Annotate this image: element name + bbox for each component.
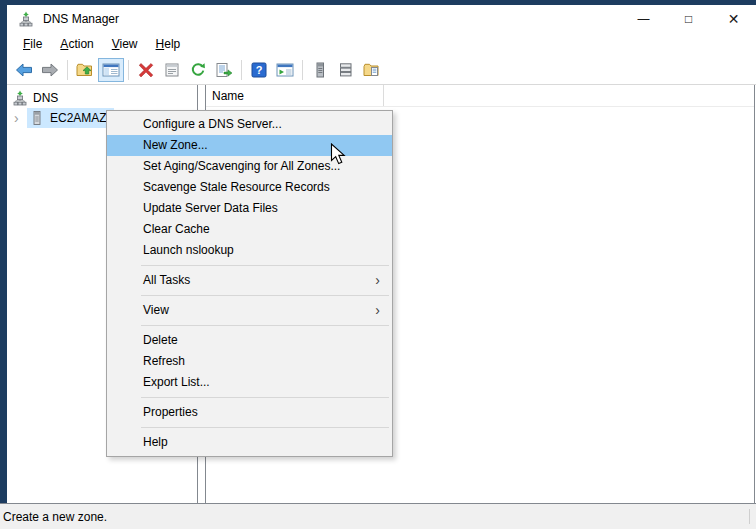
server-node-icon — [29, 110, 45, 126]
tree-item-dns[interactable]: DNS — [7, 88, 197, 108]
menubar-item-file[interactable]: File — [14, 34, 51, 54]
context-menu-item-clear-cache[interactable]: Clear Cache — [107, 219, 392, 240]
menu-item-label: Launch nslookup — [143, 243, 234, 257]
properties-icon — [164, 62, 180, 78]
minimize-button[interactable]: — — [621, 5, 666, 32]
menu-item-label: Set Aging/Scavenging for All Zones... — [143, 159, 340, 173]
list-column-headers: Name — [206, 85, 754, 107]
help-button[interactable]: ? — [246, 58, 272, 82]
back-icon — [15, 62, 33, 78]
context-menu-item-configure-a-dns-server[interactable]: Configure a DNS Server... — [107, 114, 392, 135]
context-menu-item-export-list[interactable]: Export List... — [107, 372, 392, 393]
window-controls: —□✕ — [621, 5, 756, 32]
delete-button[interactable] — [133, 58, 159, 82]
submenu-arrow-icon: › — [375, 300, 380, 321]
context-menu-item-help[interactable]: Help — [107, 432, 392, 453]
context-menu-item-refresh[interactable]: Refresh — [107, 351, 392, 372]
server-button[interactable] — [307, 58, 333, 82]
status-text: Create a new zone. — [3, 510, 107, 524]
maximize-button[interactable]: □ — [666, 5, 711, 32]
context-menu-item-update-server-data-files[interactable]: Update Server Data Files — [107, 198, 392, 219]
context-menu: Configure a DNS Server...New Zone...Set … — [106, 110, 393, 457]
menubar-item-view[interactable]: View — [103, 34, 147, 54]
menubar-item-help[interactable]: Help — [147, 34, 190, 54]
menu-item-label: Scavenge Stale Resource Records — [143, 180, 330, 194]
menu-item-label: Refresh — [143, 354, 185, 368]
menu-item-label: All Tasks — [143, 273, 190, 287]
svg-text:?: ? — [256, 64, 263, 76]
delete-icon — [138, 62, 154, 78]
menu-item-label: Help — [143, 435, 168, 449]
refresh-icon — [190, 62, 206, 78]
expand-chevron-icon[interactable]: › — [14, 109, 27, 127]
menu-item-label: Delete — [143, 333, 178, 347]
menubar: FileActionViewHelp — [7, 32, 756, 55]
menu-separator — [141, 427, 389, 428]
menu-separator — [141, 295, 389, 296]
tree-item-label: DNS — [33, 91, 58, 105]
forward-button[interactable] — [37, 58, 63, 82]
menu-separator — [141, 265, 389, 266]
server-node-icon — [29, 110, 45, 126]
menu-item-label: Configure a DNS Server... — [143, 117, 282, 131]
help-icon: ? — [251, 62, 267, 78]
submenu-arrow-icon: › — [375, 270, 380, 291]
menu-item-label: Clear Cache — [143, 222, 210, 236]
menu-separator — [141, 397, 389, 398]
toolbar-separator — [241, 60, 242, 80]
toolbar: ? — [7, 55, 756, 85]
record-list-icon — [338, 62, 354, 78]
dns-root-icon — [12, 90, 28, 106]
context-menu-item-new-zone[interactable]: New Zone... — [107, 135, 392, 156]
menu-item-label: Export List... — [143, 375, 210, 389]
mouse-cursor-icon — [330, 143, 349, 168]
back-button[interactable] — [11, 58, 37, 82]
forward-icon — [41, 62, 59, 78]
context-menu-item-all-tasks[interactable]: All Tasks› — [107, 270, 392, 291]
properties-button[interactable] — [159, 58, 185, 82]
titlebar: DNS Manager —□✕ — [7, 5, 756, 32]
record-list-button[interactable] — [333, 58, 359, 82]
tree-node-dns[interactable]: DNS — [10, 88, 61, 108]
export-list-icon — [215, 62, 233, 78]
tree-node-ec2amaz[interactable]: EC2AMAZ- — [27, 108, 114, 128]
context-menu-item-scavenge-stale-resource-records[interactable]: Scavenge Stale Resource Records — [107, 177, 392, 198]
export-list-button[interactable] — [211, 58, 237, 82]
context-menu-item-set-aging-scavenging-for-all-zones[interactable]: Set Aging/Scavenging for All Zones... — [107, 156, 392, 177]
column-header-name[interactable]: Name — [206, 85, 384, 106]
menu-item-label: New Zone... — [143, 138, 208, 152]
context-menu-item-view[interactable]: View› — [107, 300, 392, 321]
close-button[interactable]: ✕ — [711, 5, 756, 32]
toolbar-separator — [128, 60, 129, 80]
refresh-button[interactable] — [185, 58, 211, 82]
dns-root-icon — [12, 90, 28, 106]
context-menu-item-launch-nslookup[interactable]: Launch nslookup — [107, 240, 392, 261]
menu-separator — [141, 325, 389, 326]
tree-item-label: EC2AMAZ- — [50, 111, 111, 125]
statusbar: Create a new zone. — [0, 503, 756, 529]
menu-item-label: Properties — [143, 405, 198, 419]
toolbar-separator — [302, 60, 303, 80]
up-one-level-icon — [76, 62, 94, 78]
new-console-window-button[interactable] — [272, 58, 298, 82]
context-menu-item-delete[interactable]: Delete — [107, 330, 392, 351]
window-title: DNS Manager — [43, 12, 119, 26]
dns-manager-icon — [18, 11, 34, 27]
server-icon — [312, 62, 328, 78]
toolbar-separator — [67, 60, 68, 80]
menu-item-label: Update Server Data Files — [143, 201, 278, 215]
dns-root-icon — [18, 11, 34, 27]
statusbar-grip — [749, 509, 750, 524]
up-one-level-button[interactable] — [72, 58, 98, 82]
paste-folder-icon — [363, 62, 381, 78]
show-hide-console-tree-icon — [102, 62, 120, 78]
context-menu-item-properties[interactable]: Properties — [107, 402, 392, 423]
new-console-window-icon — [276, 62, 294, 78]
menubar-item-action[interactable]: Action — [51, 34, 102, 54]
menu-item-label: View — [143, 303, 169, 317]
paste-folder-button[interactable] — [359, 58, 385, 82]
show-hide-console-tree-button[interactable] — [98, 58, 124, 82]
